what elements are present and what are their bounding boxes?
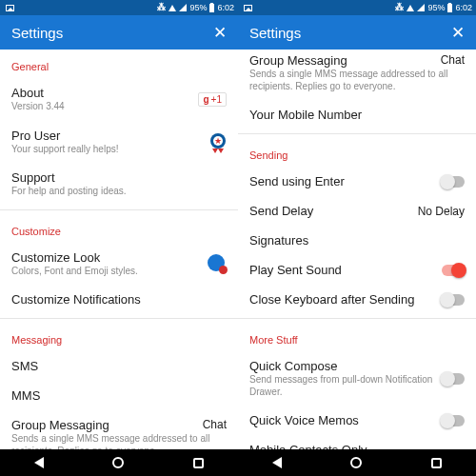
toggle[interactable] <box>442 415 465 426</box>
signal-icon <box>417 4 425 11</box>
item-support[interactable]: Support For help and posting ideas. <box>0 163 238 206</box>
item-title: Play Sent Sound <box>249 263 442 277</box>
nav-home-icon[interactable] <box>350 457 362 468</box>
item-title: Customize Look <box>11 250 208 265</box>
status-bar: ⁂ 95% 6:02 <box>0 0 238 15</box>
pane-right: ⁂ 95% 6:02 Settings ✕ Group MessagingCha… <box>238 0 476 476</box>
item-title: Quick Compose <box>249 359 442 373</box>
section-sending: Sending <box>238 138 476 167</box>
bluetooth-icon: ⁂ <box>157 3 166 12</box>
google-plus-badge[interactable]: g+1 <box>198 92 227 107</box>
theme-color-icon <box>208 254 227 273</box>
item-title: Your Mobile Number <box>249 108 465 122</box>
battery-icon <box>447 4 452 12</box>
nav-home-icon[interactable] <box>112 457 124 468</box>
item-title: Close Keyboard after Sending <box>249 292 442 307</box>
section-customize: Customize <box>0 214 238 243</box>
page-title: Settings <box>11 25 213 41</box>
nav-back-icon[interactable] <box>34 457 44 468</box>
item-sub: For help and posting ideas. <box>11 186 227 198</box>
battery-pct: 95% <box>427 3 445 12</box>
item-sub: Send messages from pull-down Notificatio… <box>249 374 442 398</box>
toggle[interactable] <box>442 373 465 385</box>
item-title: Send Delay <box>249 204 412 218</box>
toggle[interactable] <box>442 294 465 306</box>
pane-left: ⁂ 95% 6:02 Settings ✕ General About Vers… <box>0 0 238 476</box>
item-group-messaging[interactable]: Group MessagingChat Sends a single MMS m… <box>0 410 238 449</box>
item-title: SMS <box>11 359 227 373</box>
divider <box>238 133 476 134</box>
bluetooth-icon: ⁂ <box>395 3 404 12</box>
rosette-icon: ★ <box>209 133 227 150</box>
item-your-number[interactable]: Your Mobile Number <box>238 100 476 129</box>
divider <box>238 318 476 319</box>
item-sub: Colors, Font and Emoji styles. <box>11 266 208 278</box>
item-title: Group Messaging <box>249 53 435 68</box>
nav-back-icon[interactable] <box>272 457 282 468</box>
wifi-icon <box>169 5 176 11</box>
item-title: Pro User <box>11 129 209 143</box>
section-more-stuff: More Stuff <box>238 323 476 351</box>
battery-icon <box>209 4 214 12</box>
status-bar: ⁂ 95% 6:02 <box>238 0 476 15</box>
item-pro-user[interactable]: Pro User Your support really helps! ★ <box>0 121 238 164</box>
item-mms[interactable]: MMS <box>0 381 238 410</box>
item-mobile-contacts-only[interactable]: Mobile Contacts Only When composing a ne… <box>238 435 476 449</box>
item-sub: Sends a single MMS message addressed to … <box>11 433 227 449</box>
item-group-messaging[interactable]: Group MessagingChat Sends a single MMS m… <box>238 50 476 100</box>
item-close-keyboard[interactable]: Close Keyboard after Sending <box>238 285 476 314</box>
item-title: Quick Voice Memos <box>249 413 442 427</box>
section-general: General <box>0 50 238 78</box>
item-title: Customize Notifications <box>11 292 227 307</box>
item-sms[interactable]: SMS <box>0 351 238 381</box>
content-scroll[interactable]: General About Version 3.44 g+1 Pro User … <box>0 50 238 449</box>
item-value: No Delay <box>412 205 465 218</box>
item-sub: Sends a single MMS message addressed to … <box>249 69 465 92</box>
item-value: Chat <box>197 418 227 432</box>
picture-icon <box>244 5 252 11</box>
item-signatures[interactable]: Signatures <box>238 226 476 255</box>
nav-bar <box>238 449 476 476</box>
item-sub: Your support really helps! <box>11 144 209 156</box>
toggle[interactable] <box>442 265 465 276</box>
section-messaging: Messaging <box>0 323 238 351</box>
close-icon[interactable]: ✕ <box>451 23 465 43</box>
item-title: Send using Enter <box>249 174 442 188</box>
item-title: Signatures <box>249 233 465 248</box>
item-title: About <box>11 86 198 100</box>
toggle[interactable] <box>442 176 465 188</box>
item-title: Group Messaging <box>11 418 197 432</box>
picture-icon <box>6 5 14 11</box>
item-title: Support <box>11 170 227 185</box>
signal-icon <box>179 4 187 11</box>
item-play-sent-sound[interactable]: Play Sent Sound <box>238 255 476 285</box>
clock: 6:02 <box>455 3 472 12</box>
item-send-delay[interactable]: Send Delay No Delay <box>238 196 476 226</box>
nav-recents-icon[interactable] <box>431 458 442 468</box>
app-bar: Settings ✕ <box>238 15 476 50</box>
item-customize-look[interactable]: Customize Look Colors, Font and Emoji st… <box>0 243 238 286</box>
divider <box>0 209 238 210</box>
item-customize-notifications[interactable]: Customize Notifications <box>0 285 238 314</box>
nav-recents-icon[interactable] <box>193 458 204 468</box>
item-value: Chat <box>435 53 465 68</box>
divider <box>0 318 238 319</box>
item-quick-voice-memos[interactable]: Quick Voice Memos <box>238 406 476 435</box>
page-title: Settings <box>249 25 451 41</box>
item-quick-compose[interactable]: Quick Compose Send messages from pull-do… <box>238 351 476 406</box>
clock: 6:02 <box>217 3 234 12</box>
item-title: MMS <box>11 388 227 403</box>
wifi-icon <box>407 5 414 11</box>
app-bar: Settings ✕ <box>0 15 238 50</box>
close-icon[interactable]: ✕ <box>213 23 227 43</box>
item-about[interactable]: About Version 3.44 g+1 <box>0 78 238 121</box>
battery-pct: 95% <box>189 3 207 12</box>
item-sub: Version 3.44 <box>11 101 198 113</box>
nav-bar <box>0 449 238 476</box>
content-scroll[interactable]: Group MessagingChat Sends a single MMS m… <box>238 50 476 449</box>
item-send-enter[interactable]: Send using Enter <box>238 167 476 196</box>
item-title: Mobile Contacts Only <box>249 443 442 449</box>
